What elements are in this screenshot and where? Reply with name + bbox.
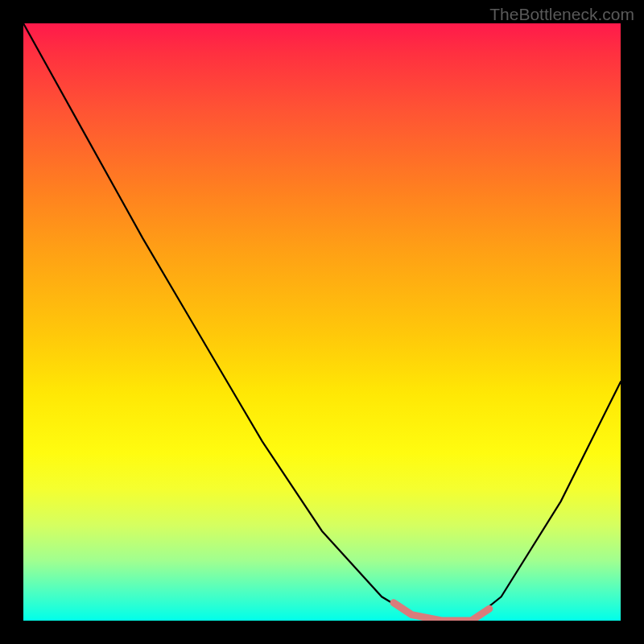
chart-svg — [23, 23, 621, 621]
optimal-range-highlight — [394, 603, 489, 621]
bottleneck-curve-path — [23, 23, 621, 621]
watermark-text: TheBottleneck.com — [489, 5, 634, 24]
chart-plot-area — [23, 23, 621, 621]
